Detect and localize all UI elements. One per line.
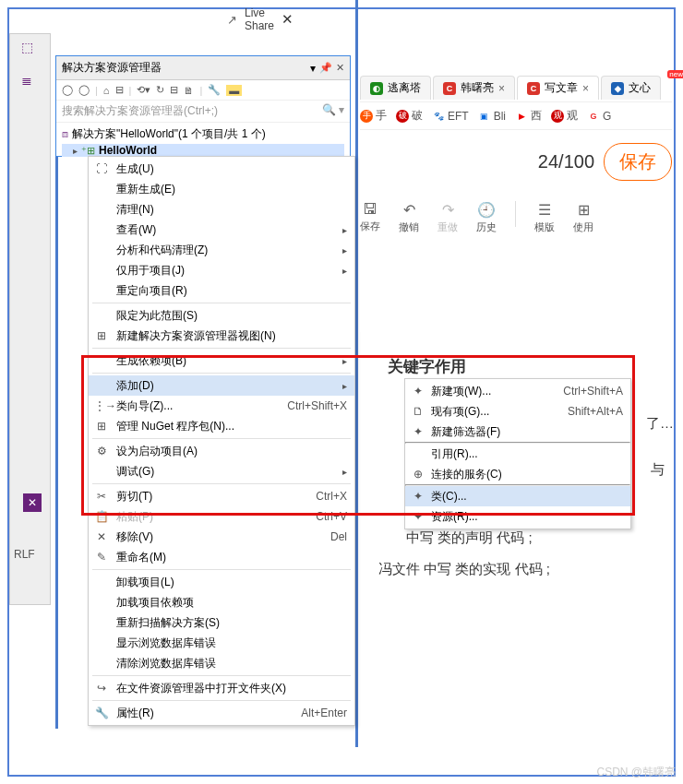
bm-guan[interactable]: 观观 bbox=[551, 108, 578, 124]
solution-node[interactable]: ⧈ 解决方案"HelloWorld"(1 个项目/共 1 个) bbox=[62, 126, 344, 142]
favicon-3: ◆ bbox=[611, 82, 624, 95]
mi-rebuild[interactable]: 重新生成(E) bbox=[89, 179, 354, 199]
project-label: HelloWorld bbox=[99, 144, 157, 157]
bm-bli[interactable]: ▣Bli bbox=[478, 108, 506, 124]
dropdown-icon[interactable]: ▾ bbox=[310, 62, 316, 75]
bookmarks-bar: 手手 破破 🐾EFT ▣Bli ▶西 观观 GG bbox=[360, 101, 672, 130]
act-use[interactable]: ⊞使用 bbox=[573, 201, 593, 234]
smi-class[interactable]: ✦类(C)... bbox=[405, 486, 630, 506]
solution-explorer: 解决方案资源管理器 ▾ 📌 ✕ ◯ ◯ | ⌂ ⊟ | ⟲▾ ↻ ⊟ 🗎 | 🔧… bbox=[55, 55, 351, 157]
switch-icon[interactable]: ⊟ bbox=[115, 84, 124, 96]
tab-3[interactable]: ◆文心 bbox=[601, 76, 661, 100]
search-placeholder: 搜索解决方案资源管理器(Ctrl+;) bbox=[62, 103, 322, 119]
mi-scope[interactable]: 限定为此范围(S) bbox=[89, 305, 354, 326]
search-icon[interactable]: 🔍 ▾ bbox=[322, 103, 344, 119]
explorer-search[interactable]: 搜索解决方案资源管理器(Ctrl+;) 🔍 ▾ bbox=[56, 101, 350, 123]
mi-add[interactable]: 添加(D)▸ bbox=[89, 375, 354, 396]
filter-icon: ✦ bbox=[411, 425, 425, 438]
act-history[interactable]: 🕘历史 bbox=[476, 201, 497, 234]
mi-debug[interactable]: 调试(G)▸ bbox=[89, 461, 354, 481]
mi-properties[interactable]: 🔧属性(R)Alt+Enter bbox=[89, 703, 354, 723]
class-icon: ✦ bbox=[411, 490, 425, 503]
explorer-title-bar[interactable]: 解决方案资源管理器 ▾ 📌 ✕ bbox=[56, 56, 350, 80]
sync-icon[interactable]: ⟲▾ bbox=[137, 84, 150, 96]
bm-xi[interactable]: ▶西 bbox=[515, 108, 542, 124]
tab-2[interactable]: C写文章× bbox=[517, 76, 599, 100]
mi-new-view[interactable]: ⊞新建解决方案资源管理器视图(N) bbox=[89, 326, 354, 346]
mi-load-deps[interactable]: 加载项目依赖项 bbox=[89, 592, 354, 612]
text-fragment-1: 了… bbox=[646, 415, 674, 433]
mi-browse-err[interactable]: 显示浏览数据库错误 bbox=[89, 633, 354, 653]
mi-open-folder[interactable]: ↪在文件资源管理器中打开文件夹(X) bbox=[89, 678, 354, 698]
class-wizard-icon: ⋮→ bbox=[94, 399, 109, 412]
bm-g[interactable]: GG bbox=[587, 108, 611, 124]
mi-build[interactable]: ⛶生成(U) bbox=[89, 159, 354, 179]
mi-build-deps[interactable]: 生成依赖项(B)▸ bbox=[89, 350, 354, 371]
show-all-icon[interactable]: 🗎 bbox=[184, 85, 194, 96]
toolbox-icon[interactable]: ⬚ bbox=[21, 40, 50, 54]
act-redo: ↷重做 bbox=[437, 201, 458, 234]
mi-analyze[interactable]: 分析和代码清理(Z)▸ bbox=[89, 240, 354, 260]
live-share-label[interactable]: Live Share bbox=[245, 6, 274, 32]
paste-icon: 📋 bbox=[94, 510, 109, 523]
save-button[interactable]: 保存 bbox=[604, 143, 672, 181]
mi-cut[interactable]: ✂剪切(T)Ctrl+X bbox=[89, 486, 354, 506]
act-save[interactable]: 🖫保存 bbox=[360, 201, 380, 233]
refresh-icon[interactable]: ↻ bbox=[156, 84, 164, 96]
smi-new-item[interactable]: ✦新建项(W)...Ctrl+Shift+A bbox=[405, 381, 630, 401]
server-icon[interactable]: ≣ bbox=[21, 73, 50, 88]
smi-reference[interactable]: 引用(R)... bbox=[405, 444, 630, 464]
wrench-icon[interactable]: 🔧 bbox=[208, 84, 221, 96]
bm-hot[interactable]: 手手 bbox=[360, 108, 387, 124]
mi-view[interactable]: 查看(W)▸ bbox=[89, 220, 354, 240]
pin-icon[interactable]: 📌 bbox=[319, 62, 332, 74]
tab-1[interactable]: C韩曙亮× bbox=[433, 76, 515, 100]
new-item-icon: ✦ bbox=[411, 385, 425, 398]
browser-tabs: ◐逃离塔 C韩曙亮× C写文章× ◆文心 bbox=[360, 74, 672, 101]
tab-0[interactable]: ◐逃离塔 bbox=[360, 76, 431, 100]
line-ending-label: RLF bbox=[14, 548, 35, 561]
project-node[interactable]: ▸ ⁺⊞ HelloWorld bbox=[62, 144, 344, 157]
bm-po[interactable]: 破破 bbox=[396, 108, 423, 124]
mi-clean[interactable]: 清理(N) bbox=[89, 199, 354, 220]
smi-existing[interactable]: 🗋现有项(G)...Shift+Alt+A bbox=[405, 401, 630, 422]
mi-retarget[interactable]: 重定向项目(R) bbox=[89, 280, 354, 301]
fwd-icon[interactable]: ◯ bbox=[78, 84, 90, 96]
flag-icon[interactable]: ▬ bbox=[226, 85, 242, 96]
act-undo[interactable]: ↶撤销 bbox=[399, 201, 419, 234]
rename-icon: ✎ bbox=[94, 551, 109, 564]
browser-panel: ◐逃离塔 C韩曙亮× C写文章× ◆文心 手手 破破 🐾EFT ▣Bli ▶西 … bbox=[360, 74, 672, 332]
mi-rename[interactable]: ✎重命名(M) bbox=[89, 547, 354, 567]
close-icon[interactable]: ✕ bbox=[282, 11, 294, 28]
sidebar-close-icon[interactable]: ✕ bbox=[23, 493, 42, 512]
nuget-icon: ⊞ bbox=[94, 420, 109, 433]
mi-remove[interactable]: ✕移除(V)Del bbox=[89, 527, 354, 547]
keyword-heading: 关键字作用 bbox=[388, 356, 466, 377]
undo-icon: ↶ bbox=[403, 201, 415, 219]
collapse-icon[interactable]: ⊟ bbox=[170, 84, 178, 96]
bm-eft[interactable]: 🐾EFT bbox=[432, 108, 469, 124]
text-line-4: 冯文件 中写 类的实现 代码 ; bbox=[378, 561, 550, 578]
vs-top-bar: ↗ Live Share ✕ bbox=[6, 6, 301, 33]
mi-startup[interactable]: ⚙设为启动项目(A) bbox=[89, 441, 354, 461]
mi-clear-browse-err[interactable]: 清除浏览数据库错误 bbox=[89, 653, 354, 673]
home-icon[interactable]: ⌂ bbox=[103, 85, 110, 96]
close-panel-icon[interactable]: ✕ bbox=[336, 62, 344, 74]
smi-resource[interactable]: ✦资源(R)... bbox=[405, 506, 630, 527]
smi-connected[interactable]: ⊕连接的服务(C) bbox=[405, 464, 630, 484]
smi-filter[interactable]: ✦新建筛选器(F) bbox=[405, 422, 630, 442]
act-template[interactable]: ☰new模版 bbox=[534, 201, 555, 234]
mi-nuget[interactable]: ⊞管理 NuGet 程序包(N)... bbox=[89, 416, 354, 436]
mi-unload[interactable]: 卸载项目(L) bbox=[89, 572, 354, 592]
project-icon: ⁺⊞ bbox=[81, 145, 95, 157]
save-icon: 🖫 bbox=[363, 201, 377, 218]
mi-class-wizard[interactable]: ⋮→类向导(Z)...Ctrl+Shift+X bbox=[89, 396, 354, 416]
expand-icon[interactable]: ▸ bbox=[73, 146, 78, 156]
tab-close-icon[interactable]: × bbox=[582, 82, 589, 95]
tab-close-icon[interactable]: × bbox=[498, 82, 505, 95]
cut-icon: ✂ bbox=[94, 490, 109, 503]
resource-icon: ✦ bbox=[411, 510, 425, 523]
back-icon[interactable]: ◯ bbox=[62, 84, 73, 96]
mi-project-only[interactable]: 仅用于项目(J)▸ bbox=[89, 260, 354, 280]
mi-rescan[interactable]: 重新扫描解决方案(S) bbox=[89, 612, 354, 633]
